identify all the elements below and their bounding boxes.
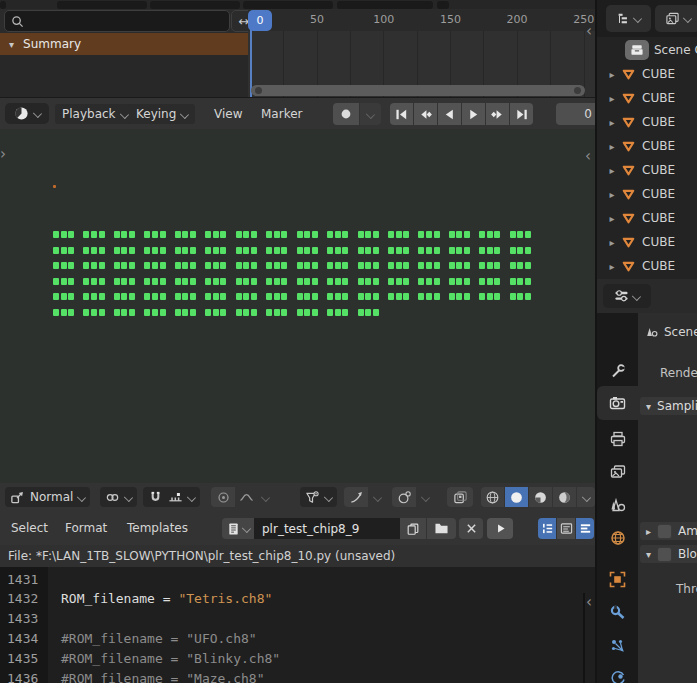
line-numbers-toggle[interactable]: [538, 518, 556, 539]
expand-arrow-icon[interactable]: ▸: [605, 189, 619, 200]
menu-view[interactable]: View: [207, 104, 249, 124]
tab-scene[interactable]: [597, 489, 638, 521]
panel-bloom[interactable]: ▾ Bloom: [640, 545, 697, 563]
channel-search-box[interactable]: [4, 10, 230, 32]
ambient-occlusion-checkbox[interactable]: [657, 524, 672, 539]
word-wrap-toggle[interactable]: [557, 518, 575, 539]
collection-name[interactable]: Scene Collection: [654, 43, 697, 57]
overlays-group[interactable]: [392, 487, 434, 507]
expand-arrow-icon[interactable]: ▸: [605, 237, 619, 248]
shading-wireframe-button[interactable]: [481, 487, 504, 507]
proportional-edit-group[interactable]: [211, 487, 273, 507]
object-visibility-dropdown[interactable]: [300, 487, 337, 507]
tab-tool[interactable]: [597, 355, 638, 387]
outliner-object-row[interactable]: ▸CUBE: [597, 62, 697, 86]
transform-orientation-dropdown[interactable]: Normal: [5, 487, 90, 507]
shading-material-button[interactable]: [529, 487, 552, 507]
object-name[interactable]: CUBE: [642, 139, 675, 153]
panel-ambient-occlusion[interactable]: ▸ Ambient Occlusion: [640, 522, 697, 540]
jump-to-end-button[interactable]: [510, 103, 533, 125]
tab-object[interactable]: [597, 563, 638, 595]
next-keyframe-button[interactable]: [486, 103, 509, 125]
properties-editor-type-button[interactable]: [603, 284, 651, 308]
previous-keyframe-button[interactable]: [414, 103, 437, 125]
channel-summary[interactable]: ▾ Summary: [0, 33, 248, 55]
tab-particles[interactable]: [597, 630, 638, 662]
text-name-input[interactable]: [254, 521, 402, 537]
syntax-highlight-toggle[interactable]: [576, 518, 594, 539]
tab-world[interactable]: [597, 522, 638, 554]
tab-render[interactable]: [597, 387, 638, 419]
object-name[interactable]: CUBE: [642, 67, 675, 81]
outliner-object-row[interactable]: ▸CUBE: [597, 206, 697, 230]
object-name[interactable]: CUBE: [642, 91, 675, 105]
current-frame-field[interactable]: 0: [556, 103, 595, 125]
outliner-object-row[interactable]: ▸CUBE: [597, 110, 697, 134]
shading-rendered-button[interactable]: [553, 487, 576, 507]
search-input[interactable]: [28, 13, 222, 29]
object-name[interactable]: CUBE: [642, 115, 675, 129]
tab-view-layer[interactable]: [597, 456, 638, 488]
tab-modifiers[interactable]: [597, 597, 638, 629]
auto-keying-button[interactable]: [333, 103, 359, 125]
properties-breadcrumb[interactable]: Scene: [645, 325, 697, 339]
run-script-button[interactable]: [487, 518, 513, 539]
region-collapse-arrow[interactable]: ‹: [586, 24, 592, 38]
expand-arrow-icon[interactable]: ▸: [605, 117, 619, 128]
shading-dropdown[interactable]: [577, 487, 595, 507]
gizmo-group[interactable]: [344, 487, 386, 507]
expand-arrow-icon[interactable]: ▸: [605, 213, 619, 224]
object-name[interactable]: CUBE: [642, 163, 675, 177]
jump-to-start-button[interactable]: [390, 103, 413, 125]
menu-format[interactable]: Format: [58, 518, 114, 538]
viewport-3d[interactable]: › ‹: [0, 129, 595, 483]
panel-sampling[interactable]: ▾ Sampling: [640, 397, 697, 415]
scene-collection-row[interactable]: Scene Collection: [597, 38, 697, 62]
object-name[interactable]: CUBE: [642, 211, 675, 225]
tab-physics[interactable]: [597, 663, 638, 683]
menu-keying[interactable]: Keying: [129, 104, 195, 124]
expand-arrow-icon[interactable]: ▸: [605, 141, 619, 152]
shading-solid-button[interactable]: [505, 487, 528, 507]
text-datablock-dropdown[interactable]: [222, 518, 254, 539]
tab-output[interactable]: [597, 423, 638, 455]
expand-arrow-icon[interactable]: ▸: [605, 165, 619, 176]
object-name[interactable]: CUBE: [642, 235, 675, 249]
xray-toggle[interactable]: [447, 487, 473, 507]
outliner-object-row[interactable]: ▸CUBE: [597, 230, 697, 254]
outliner-display-mode-dropdown[interactable]: [606, 5, 651, 32]
collapse-triangle-icon[interactable]: ▾: [9, 39, 14, 50]
timeline-scrollbar[interactable]: [251, 85, 585, 96]
pivot-point-dropdown[interactable]: [100, 487, 137, 507]
code-area[interactable]: 14311432ROM_filename = "Tetris.ch8"14331…: [0, 567, 595, 683]
object-name[interactable]: CUBE: [642, 187, 675, 201]
copy-text-button[interactable]: [400, 518, 426, 539]
snapping-group[interactable]: [143, 487, 200, 507]
outliner-object-row[interactable]: ▸CUBE: [597, 86, 697, 110]
expand-arrow-icon[interactable]: ▸: [605, 261, 619, 272]
expand-arrow-icon[interactable]: ▸: [605, 69, 619, 80]
text-name-field[interactable]: [254, 518, 400, 539]
expand-arrow-icon[interactable]: ▸: [605, 93, 619, 104]
open-text-button[interactable]: [427, 518, 456, 539]
timeline-ruler[interactable]: 50100150200250: [248, 10, 595, 31]
editor-type-button[interactable]: [5, 103, 49, 124]
menu-templates[interactable]: Templates: [120, 518, 195, 538]
unlink-text-button[interactable]: [459, 518, 483, 539]
sidebar-expand-arrow[interactable]: ‹: [586, 595, 592, 609]
menu-playback[interactable]: Playback: [55, 104, 135, 124]
play-forward-button[interactable]: [462, 103, 485, 125]
outliner-filter-dropdown[interactable]: [655, 5, 697, 32]
auto-keying-dropdown[interactable]: [360, 103, 381, 125]
play-reverse-button[interactable]: [438, 103, 461, 125]
outliner-object-row[interactable]: ▸CUBE: [597, 158, 697, 182]
menu-marker[interactable]: Marker: [254, 104, 309, 124]
outliner-object-row[interactable]: ▸CUBE: [597, 254, 697, 278]
outliner-object-row[interactable]: ▸CUBE: [597, 182, 697, 206]
outliner-object-row[interactable]: ▸CUBE: [597, 134, 697, 158]
code-scrollbar[interactable]: [583, 593, 585, 683]
object-name[interactable]: CUBE: [642, 259, 675, 273]
playhead-frame-badge[interactable]: 0: [248, 10, 272, 31]
bloom-checkbox[interactable]: [657, 547, 672, 562]
menu-select[interactable]: Select: [4, 518, 55, 538]
